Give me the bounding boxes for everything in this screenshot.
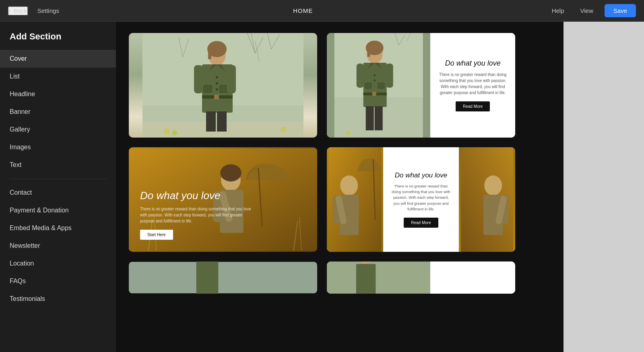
sidebar-item-list[interactable]: List bbox=[0, 68, 116, 85]
card2-image bbox=[327, 33, 430, 138]
card2-read-more-button[interactable]: Read More bbox=[456, 101, 490, 111]
sidebar-item-payment[interactable]: Payment & Donation bbox=[0, 202, 116, 219]
svg-rect-24 bbox=[206, 111, 216, 132]
help-button[interactable]: Help bbox=[547, 5, 569, 16]
sidebar: Add Section Cover List Headline Banner G… bbox=[0, 22, 116, 352]
cover-card-2[interactable]: Do what you love There is no greater rew… bbox=[327, 33, 515, 138]
svg-rect-25 bbox=[217, 111, 227, 132]
sidebar-item-banner[interactable]: Banner bbox=[0, 103, 116, 121]
svg-point-30 bbox=[281, 127, 286, 132]
svg-rect-18 bbox=[214, 95, 219, 99]
svg-point-20 bbox=[216, 82, 218, 84]
sidebar-divider bbox=[10, 179, 106, 179]
main-layout: Add Section Cover List Headline Banner G… bbox=[0, 22, 644, 352]
card4-heading: Do what you love bbox=[395, 171, 447, 179]
svg-point-52 bbox=[346, 130, 351, 135]
svg-rect-23 bbox=[220, 85, 228, 93]
svg-rect-38 bbox=[367, 48, 370, 57]
card3-body: There is no greater reward than doing so… bbox=[140, 206, 253, 224]
svg-point-29 bbox=[172, 130, 177, 135]
svg-rect-22 bbox=[204, 85, 212, 93]
sidebar-item-newsletter[interactable]: Newsletter bbox=[0, 237, 116, 255]
back-button[interactable]: ‹ Back bbox=[8, 6, 28, 15]
sidebar-item-headline[interactable]: Headline bbox=[0, 85, 116, 103]
save-button[interactable]: Save bbox=[605, 4, 636, 17]
svg-rect-50 bbox=[357, 64, 364, 88]
sidebar-item-cover[interactable]: Cover bbox=[0, 50, 116, 68]
cover-card-6[interactable] bbox=[327, 261, 515, 294]
svg-rect-48 bbox=[366, 106, 374, 130]
svg-rect-81 bbox=[196, 261, 219, 294]
svg-rect-26 bbox=[194, 65, 203, 93]
card5-svg bbox=[129, 261, 317, 294]
svg-point-44 bbox=[374, 74, 376, 76]
back-arrow-icon: ‹ bbox=[9, 7, 11, 14]
nav-left: ‹ Back Settings bbox=[8, 6, 59, 15]
sidebar-item-gallery[interactable]: Gallery bbox=[0, 121, 116, 138]
svg-point-28 bbox=[163, 128, 170, 135]
cards-grid: Do what you love There is no greater rew… bbox=[129, 33, 515, 294]
cover-card-5[interactable] bbox=[129, 261, 317, 294]
svg-point-19 bbox=[216, 76, 218, 78]
sidebar-item-faqs[interactable]: FAQs bbox=[0, 272, 116, 290]
svg-rect-46 bbox=[365, 83, 372, 89]
svg-rect-43 bbox=[372, 92, 376, 96]
card2-body: There is no greater reward than doing so… bbox=[438, 72, 507, 96]
sidebar-item-testimonials[interactable]: Testimonials bbox=[0, 290, 116, 308]
sidebar-item-images[interactable]: Images bbox=[0, 138, 116, 156]
svg-rect-51 bbox=[386, 64, 393, 88]
svg-rect-84 bbox=[356, 264, 376, 294]
svg-rect-27 bbox=[227, 65, 236, 93]
cover-card-4[interactable]: Do what you love There is no greater rew… bbox=[327, 147, 515, 252]
card6-left-svg bbox=[327, 261, 430, 294]
card3-heading: Do what you love bbox=[140, 189, 306, 202]
page-title: HOME bbox=[293, 7, 313, 14]
svg-rect-49 bbox=[375, 106, 383, 130]
card4-right-svg bbox=[459, 147, 515, 252]
svg-rect-82 bbox=[327, 262, 430, 293]
sidebar-item-embed[interactable]: Embed Media & Apps bbox=[0, 219, 116, 237]
card1-figure-svg bbox=[129, 33, 317, 138]
card1-image bbox=[129, 33, 317, 138]
svg-rect-47 bbox=[378, 83, 384, 89]
card2-text: Do what you love There is no greater rew… bbox=[430, 33, 515, 138]
card4-left-svg bbox=[327, 147, 383, 252]
svg-point-21 bbox=[216, 88, 218, 91]
cover-card-1[interactable] bbox=[129, 33, 317, 138]
svg-point-68 bbox=[340, 175, 358, 196]
sidebar-item-contact[interactable]: Contact bbox=[0, 184, 116, 202]
sidebar-item-text[interactable]: Text bbox=[0, 156, 116, 174]
svg-point-45 bbox=[374, 80, 376, 82]
sidebar-item-location[interactable]: Location bbox=[0, 255, 116, 272]
svg-point-74 bbox=[484, 175, 502, 196]
card2-heading: Do what you love bbox=[445, 59, 501, 68]
svg-rect-13 bbox=[208, 49, 211, 59]
sidebar-title: Add Section bbox=[0, 22, 116, 50]
content-area: Do what you love There is no greater rew… bbox=[116, 22, 564, 352]
top-nav: ‹ Back Settings HOME Help View Save bbox=[0, 0, 644, 22]
back-label: Back bbox=[13, 7, 27, 14]
settings-button[interactable]: Settings bbox=[37, 7, 59, 14]
card4-read-more-button[interactable]: Read More bbox=[404, 218, 438, 228]
card2-figure-svg bbox=[327, 33, 430, 138]
card4-body: There is no greater reward than doing so… bbox=[391, 183, 450, 212]
card4-center-text: Do what you love There is no greater rew… bbox=[383, 147, 458, 252]
svg-rect-79 bbox=[129, 262, 317, 293]
card3-overlay-content: Do what you love There is no greater rew… bbox=[129, 177, 317, 252]
cover-card-3[interactable]: Do what you love There is no greater rew… bbox=[129, 147, 317, 252]
view-button[interactable]: View bbox=[576, 5, 598, 16]
card4-left-image bbox=[327, 147, 383, 252]
nav-right: Help View Save bbox=[547, 4, 636, 17]
right-panel bbox=[564, 22, 644, 352]
card3-start-button[interactable]: Start Here bbox=[140, 230, 173, 240]
card4-right-image bbox=[459, 147, 515, 252]
